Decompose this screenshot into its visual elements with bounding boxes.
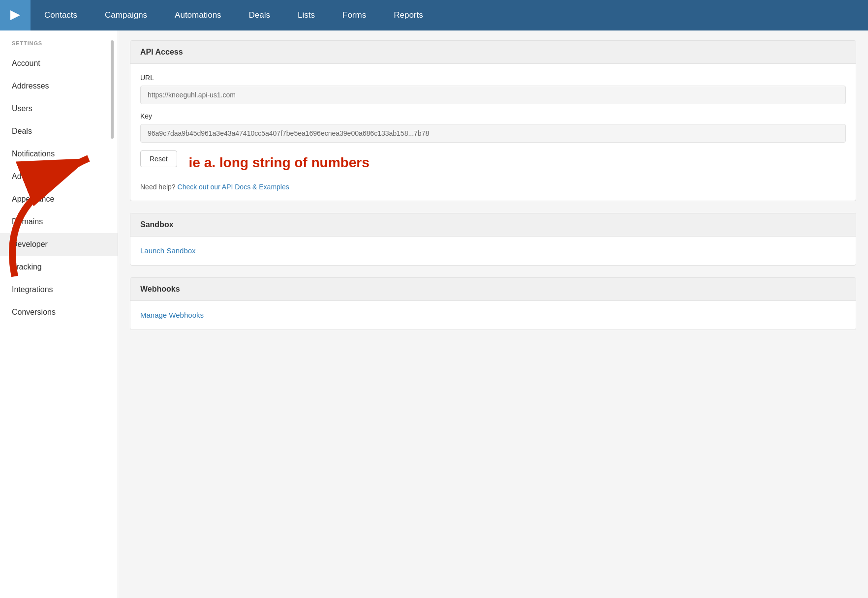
api-access-body: URL https://kneeguhl.api-us1.com Key 96a… bbox=[130, 64, 856, 201]
sandbox-title: Sandbox bbox=[130, 213, 856, 237]
sidebar-item-account[interactable]: Account bbox=[0, 52, 118, 75]
nav-item-automations[interactable]: Automations bbox=[161, 0, 235, 30]
help-text: Need help? Check out our API Docs & Exam… bbox=[140, 183, 846, 191]
sidebar-item-conversions[interactable]: Conversions bbox=[0, 301, 118, 324]
sidebar-item-tracking[interactable]: Tracking bbox=[0, 256, 118, 278]
launch-sandbox-link[interactable]: Launch Sandbox bbox=[140, 246, 196, 255]
api-access-title: API Access bbox=[130, 41, 856, 64]
reset-button[interactable]: Reset bbox=[140, 150, 177, 167]
nav-item-reports[interactable]: Reports bbox=[380, 0, 437, 30]
nav-item-campaigns[interactable]: Campaigns bbox=[91, 0, 161, 30]
webhooks-card: Webhooks Manage Webhooks bbox=[130, 277, 856, 330]
nav-item-deals[interactable]: Deals bbox=[235, 0, 284, 30]
nav-item-contacts[interactable]: Contacts bbox=[31, 0, 91, 30]
nav-items: Contacts Campaigns Automations Deals Lis… bbox=[31, 0, 437, 30]
api-access-card: API Access URL https://kneeguhl.api-us1.… bbox=[130, 40, 856, 201]
main-content: API Access URL https://kneeguhl.api-us1.… bbox=[118, 30, 868, 598]
sidebar-item-domains[interactable]: Domains bbox=[0, 210, 118, 233]
reset-row: Reset ie a. long string of numbers bbox=[140, 150, 846, 175]
sidebar-item-users[interactable]: Users bbox=[0, 97, 118, 120]
nav-item-lists[interactable]: Lists bbox=[284, 0, 329, 30]
manage-webhooks-link[interactable]: Manage Webhooks bbox=[140, 311, 204, 319]
annotation-text: ie a. long string of numbers bbox=[189, 155, 370, 171]
sidebar-item-deals[interactable]: Deals bbox=[0, 120, 118, 143]
sidebar: SETTINGS Account Addresses Users Deals N… bbox=[0, 30, 118, 598]
sidebar-item-advanced[interactable]: Advanced bbox=[0, 165, 118, 188]
sidebar-item-notifications[interactable]: Notifications bbox=[0, 143, 118, 165]
url-value: https://kneeguhl.api-us1.com bbox=[140, 86, 846, 104]
sidebar-item-appearance[interactable]: Appearance bbox=[0, 188, 118, 210]
key-value: 96a9c7daa9b45d961a3e43a47410cc5a407f7be5… bbox=[140, 124, 846, 143]
help-static-text: Need help? bbox=[140, 183, 176, 191]
sandbox-body: Launch Sandbox bbox=[130, 237, 856, 265]
sidebar-section-label: SETTINGS bbox=[0, 40, 118, 52]
url-label: URL bbox=[140, 74, 846, 82]
key-label: Key bbox=[140, 112, 846, 120]
sidebar-item-developer[interactable]: Developer bbox=[0, 233, 118, 256]
scrollbar[interactable] bbox=[111, 40, 114, 139]
sandbox-card: Sandbox Launch Sandbox bbox=[130, 213, 856, 266]
nav-item-forms[interactable]: Forms bbox=[329, 0, 380, 30]
main-layout: SETTINGS Account Addresses Users Deals N… bbox=[0, 30, 868, 598]
top-navigation: Contacts Campaigns Automations Deals Lis… bbox=[0, 0, 868, 30]
sidebar-item-integrations[interactable]: Integrations bbox=[0, 278, 118, 301]
api-docs-link[interactable]: Check out our API Docs & Examples bbox=[178, 183, 289, 191]
sidebar-item-addresses[interactable]: Addresses bbox=[0, 75, 118, 97]
webhooks-body: Manage Webhooks bbox=[130, 301, 856, 329]
svg-marker-0 bbox=[10, 10, 20, 20]
logo[interactable] bbox=[0, 0, 31, 30]
logo-icon bbox=[8, 8, 22, 22]
webhooks-title: Webhooks bbox=[130, 278, 856, 301]
